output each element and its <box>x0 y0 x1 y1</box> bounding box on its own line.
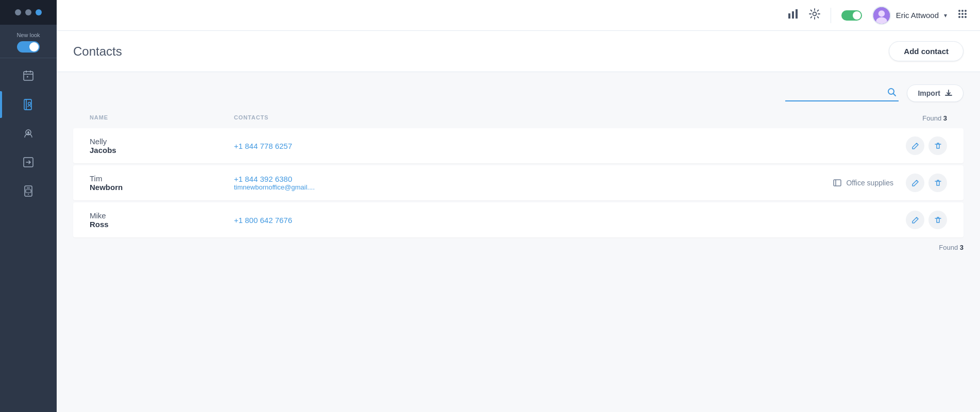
analytics-icon[interactable] <box>787 8 799 22</box>
contact-last-name-3: Ross <box>90 220 234 229</box>
contact-name-block-1: Nelly Jacobs <box>90 137 234 154</box>
contact-phone-2[interactable]: +1 844 392 6380 <box>234 175 833 183</box>
sidebar: New look <box>0 0 57 412</box>
search-input[interactable] <box>785 85 899 101</box>
svg-point-6 <box>28 102 31 105</box>
contact-tag-2: Office supplies <box>833 178 893 187</box>
user-avatar <box>872 6 891 25</box>
svg-point-23 <box>965 10 967 12</box>
edit-button-3[interactable] <box>906 211 924 229</box>
svg-rect-15 <box>792 11 794 19</box>
svg-point-25 <box>961 13 964 15</box>
topbar-toggle-knob <box>853 11 861 20</box>
svg-point-24 <box>958 13 960 15</box>
svg-rect-16 <box>796 9 798 19</box>
import-button[interactable]: Import <box>907 84 964 102</box>
tag-icon <box>833 178 842 187</box>
user-info[interactable]: Eric Attwood ▾ <box>872 6 947 25</box>
sidebar-top <box>0 0 57 25</box>
calendar-phone-icon <box>22 70 35 82</box>
support-icon <box>22 127 35 140</box>
dot-3 <box>36 9 42 15</box>
svg-point-17 <box>813 12 816 16</box>
contact-phone-1[interactable]: +1 844 778 6257 <box>234 142 893 150</box>
col-header-contacts: CONTACTS <box>234 114 922 122</box>
toggle-knob <box>29 42 39 52</box>
grid-icon[interactable] <box>957 9 968 22</box>
content-area: Import NAME CONTACTS Found 3 Nelly Jacob… <box>57 72 980 412</box>
svg-point-21 <box>958 10 960 12</box>
contact-name-block-3: Mike Ross <box>90 211 234 229</box>
dot-1 <box>15 9 21 15</box>
import-label: Import <box>918 89 940 97</box>
footer-found-count: Found 3 <box>73 244 964 251</box>
table-row: Tim Newborn +1 844 392 6380 timnewbornof… <box>73 165 964 200</box>
svg-point-28 <box>961 16 964 18</box>
sidebar-item-contacts[interactable] <box>0 91 57 118</box>
main-content: Eric Attwood ▾ Contacts Add contact <box>57 0 980 412</box>
contacts-book-icon <box>22 98 35 111</box>
delete-button-3[interactable] <box>928 211 947 229</box>
delete-button-2[interactable] <box>928 174 947 192</box>
sidebar-item-integration[interactable] <box>0 149 57 176</box>
tag-label-2: Office supplies <box>846 179 893 187</box>
svg-rect-32 <box>834 180 841 186</box>
topbar-divider <box>831 8 831 23</box>
new-look-toggle[interactable] <box>17 41 40 53</box>
contact-email-2[interactable]: timnewbornoffice@gmail.... <box>234 183 833 191</box>
settings-icon[interactable] <box>809 8 820 22</box>
edit-button-2[interactable] <box>906 174 924 192</box>
transfer-icon <box>22 156 35 168</box>
svg-point-29 <box>965 16 967 18</box>
contact-first-name-1: Nelly <box>90 137 234 146</box>
contact-phone-3[interactable]: +1 800 642 7676 <box>234 216 893 225</box>
new-look-section: New look <box>0 25 57 58</box>
sms-icon <box>22 185 35 197</box>
topbar-toggle[interactable] <box>841 10 862 21</box>
user-name-text: Eric Attwood <box>896 11 939 20</box>
col-header-name: NAME <box>90 114 234 122</box>
new-look-label: New look <box>16 32 40 38</box>
contact-actions-3 <box>906 211 947 229</box>
page-header: Contacts Add contact <box>57 31 980 72</box>
svg-point-13 <box>28 194 29 195</box>
contact-first-name-2: Tim <box>90 174 234 183</box>
edit-button-1[interactable] <box>906 136 924 155</box>
contact-last-name-1: Jacobs <box>90 146 234 154</box>
add-contact-button[interactable]: Add contact <box>889 41 964 61</box>
search-row: Import <box>73 84 964 102</box>
sidebar-item-sms[interactable] <box>0 178 57 204</box>
page-title: Contacts <box>73 44 122 59</box>
svg-point-22 <box>961 10 964 12</box>
svg-point-19 <box>878 10 884 16</box>
sidebar-item-support[interactable] <box>0 120 57 147</box>
svg-point-26 <box>965 13 967 15</box>
search-wrapper <box>785 85 899 101</box>
contact-info-2: +1 844 392 6380 timnewbornoffice@gmail..… <box>234 175 833 191</box>
svg-point-8 <box>27 131 29 133</box>
found-count-header: Found 3 <box>922 114 947 122</box>
search-button[interactable] <box>887 88 897 99</box>
contact-info-1: +1 844 778 6257 <box>234 142 893 150</box>
svg-point-27 <box>958 16 960 18</box>
contact-actions-2 <box>906 174 947 192</box>
topbar: Eric Attwood ▾ <box>57 0 980 31</box>
svg-rect-12 <box>26 190 31 193</box>
contact-actions-1 <box>906 136 947 155</box>
delete-button-1[interactable] <box>928 136 947 155</box>
user-dropdown-icon[interactable]: ▾ <box>944 12 947 19</box>
svg-rect-0 <box>24 72 33 80</box>
contact-name-block-2: Tim Newborn <box>90 174 234 192</box>
svg-point-20 <box>876 17 887 24</box>
contact-first-name-3: Mike <box>90 211 234 220</box>
contact-info-3: +1 800 642 7676 <box>234 216 893 225</box>
svg-rect-14 <box>788 13 790 19</box>
table-row: Mike Ross +1 800 642 7676 <box>73 202 964 237</box>
contact-last-name-2: Newborn <box>90 183 234 192</box>
table-row: Nelly Jacobs +1 844 778 6257 <box>73 128 964 163</box>
dot-2 <box>25 9 31 15</box>
import-download-icon <box>944 89 953 97</box>
svg-line-31 <box>893 93 896 96</box>
sidebar-item-calendar[interactable] <box>0 62 57 89</box>
sidebar-nav <box>0 58 57 412</box>
